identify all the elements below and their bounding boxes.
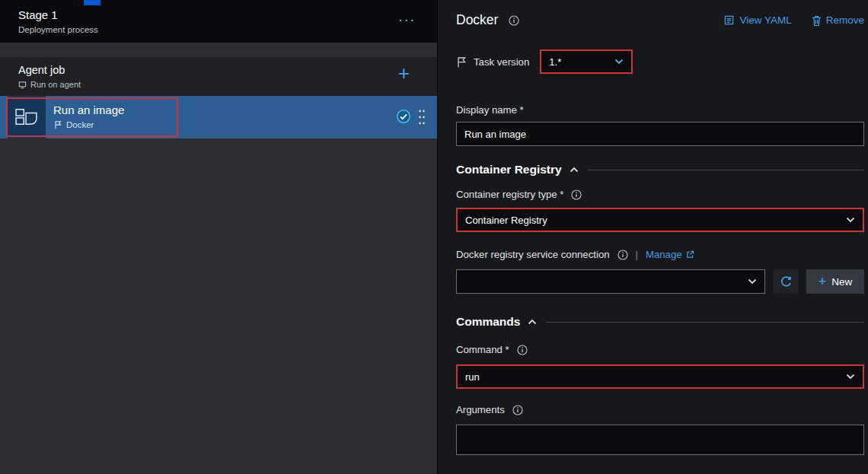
remove-label: Remove bbox=[826, 14, 864, 26]
stage-subtitle: Deployment process bbox=[18, 25, 98, 34]
view-yaml-icon bbox=[723, 14, 735, 26]
service-connection-field: Docker registry service connection | Man… bbox=[456, 249, 864, 294]
stages-panel: Stage 1 Deployment process ... Agent job… bbox=[0, 0, 438, 474]
agent-job-row[interactable]: Agent job Run on agent + bbox=[0, 57, 437, 96]
task-version-value: 1.* bbox=[549, 56, 614, 68]
display-name-label: Display name * bbox=[456, 104, 524, 116]
task-title: Run an image bbox=[53, 103, 124, 116]
refresh-button[interactable] bbox=[773, 269, 799, 294]
info-icon[interactable] bbox=[571, 189, 582, 200]
agent-job-title: Agent job bbox=[18, 64, 65, 76]
new-connection-button[interactable]: + New bbox=[806, 269, 864, 294]
stage-title: Stage 1 bbox=[18, 8, 58, 21]
command-dropdown[interactable]: run bbox=[456, 364, 864, 389]
section-divider bbox=[588, 170, 864, 170]
registry-type-value: Container Registry bbox=[465, 215, 846, 226]
command-label: Command * bbox=[456, 344, 509, 355]
service-connection-controls: + New bbox=[456, 269, 864, 294]
registry-type-field: Container registry type * Container Regi… bbox=[456, 189, 864, 232]
external-link-icon bbox=[686, 250, 694, 259]
stage-card-header[interactable]: Stage 1 Deployment process ... bbox=[0, 0, 437, 43]
task-version-row: Task version 1.* bbox=[456, 49, 864, 74]
flag-icon bbox=[456, 56, 467, 68]
view-yaml-label: View YAML bbox=[739, 14, 791, 26]
task-status-check-icon bbox=[396, 109, 411, 124]
task-subtitle: Docker bbox=[53, 120, 94, 129]
arguments-field: Arguments bbox=[456, 404, 864, 455]
service-connection-dropdown[interactable] bbox=[456, 269, 765, 294]
chevron-down-icon bbox=[748, 278, 757, 285]
release-pipeline-editor: Stage 1 Deployment process ... Agent job… bbox=[0, 0, 868, 474]
task-row-run-an-image[interactable]: Run an image Docker bbox=[0, 96, 437, 138]
task-actions: View YAML Remove bbox=[723, 14, 864, 27]
label-divider: | bbox=[636, 249, 638, 260]
chevron-down-icon bbox=[846, 217, 855, 223]
section-title: Commands bbox=[456, 315, 520, 329]
arguments-label: Arguments bbox=[456, 404, 505, 415]
section-divider bbox=[546, 322, 864, 323]
chevron-up-icon bbox=[528, 319, 537, 325]
chevron-up-icon bbox=[570, 167, 579, 173]
docker-task-icon bbox=[8, 96, 46, 138]
trash-icon bbox=[812, 14, 822, 27]
arguments-input[interactable] bbox=[456, 425, 864, 455]
refresh-icon bbox=[780, 275, 793, 288]
info-icon[interactable] bbox=[512, 405, 523, 415]
stage-tab-indicator bbox=[84, 0, 101, 5]
more-menu-icon[interactable]: ... bbox=[398, 8, 416, 25]
agent-job-subtitle: Run on agent bbox=[18, 80, 81, 89]
chevron-down-icon bbox=[614, 59, 624, 65]
task-version-label: Task version bbox=[474, 56, 529, 68]
view-yaml-button[interactable]: View YAML bbox=[723, 14, 791, 26]
service-connection-label: Docker registry service connection bbox=[456, 249, 610, 260]
add-task-button[interactable]: + bbox=[398, 63, 410, 83]
display-name-input[interactable] bbox=[456, 122, 864, 146]
plus-icon: + bbox=[819, 275, 827, 288]
drag-handle-icon[interactable] bbox=[418, 109, 426, 126]
section-title: Container Registry bbox=[456, 163, 562, 177]
task-settings-title: Docker bbox=[456, 12, 498, 28]
flag-icon bbox=[53, 120, 62, 129]
display-name-field: Display name * bbox=[456, 104, 864, 146]
task-settings-panel: Docker View YAML bbox=[439, 0, 868, 474]
new-label: New bbox=[831, 276, 852, 288]
info-icon[interactable] bbox=[617, 250, 628, 260]
agent-job-subtitle-text: Run on agent bbox=[30, 80, 81, 89]
manage-label: Manage bbox=[646, 249, 682, 260]
chevron-down-icon bbox=[846, 374, 855, 380]
registry-type-dropdown[interactable]: Container Registry bbox=[456, 208, 864, 232]
command-value: run bbox=[465, 371, 846, 383]
registry-type-label: Container registry type * bbox=[456, 189, 563, 200]
remove-button[interactable]: Remove bbox=[812, 14, 864, 27]
section-container-registry[interactable]: Container Registry bbox=[456, 163, 864, 177]
section-commands[interactable]: Commands bbox=[456, 315, 864, 329]
command-field: Command * run bbox=[456, 344, 864, 389]
task-subtitle-text: Docker bbox=[66, 120, 94, 129]
info-icon[interactable] bbox=[509, 15, 519, 26]
info-icon[interactable] bbox=[517, 345, 528, 355]
manage-link[interactable]: Manage bbox=[646, 249, 694, 260]
task-settings-header: Docker View YAML bbox=[456, 12, 864, 28]
agent-icon bbox=[18, 81, 27, 89]
task-version-dropdown[interactable]: 1.* bbox=[540, 49, 633, 74]
